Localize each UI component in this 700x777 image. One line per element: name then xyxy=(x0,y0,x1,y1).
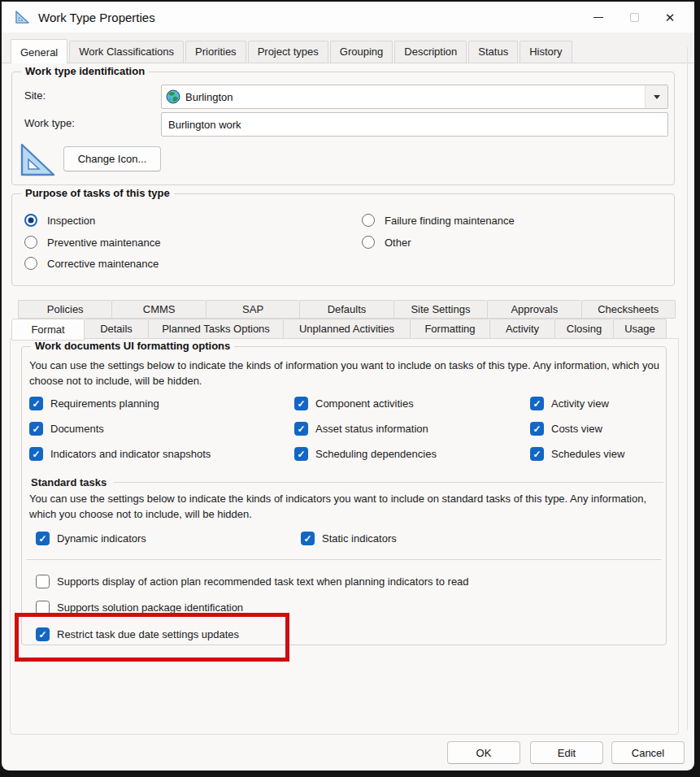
checkbox-label: Supports solution package identification xyxy=(57,601,243,614)
checkbox-label: Activity view xyxy=(551,397,609,410)
tab-sap[interactable]: SAP xyxy=(206,300,299,319)
radio-inspection[interactable]: Inspection xyxy=(24,214,95,227)
minimize-button[interactable] xyxy=(580,2,616,33)
section-divider xyxy=(113,482,663,483)
tab-description[interactable]: Description xyxy=(394,41,467,63)
checkbox-requirements-planning[interactable]: Requirements planning xyxy=(29,397,294,410)
checkbox-activity-view[interactable]: Activity view xyxy=(530,397,667,410)
tab-details[interactable]: Details xyxy=(85,319,148,339)
tab-format[interactable]: Format xyxy=(11,319,85,341)
window-controls: ✕ xyxy=(580,2,688,33)
tab-usage[interactable]: Usage xyxy=(613,319,667,339)
ui-options-checkbox-grid: Requirements planning Component activiti… xyxy=(29,397,667,461)
globe-icon xyxy=(166,89,180,104)
checkbox-documents[interactable]: Documents xyxy=(29,422,294,436)
group-title: Purpose of tasks of this type xyxy=(21,187,174,199)
checkbox-icon xyxy=(29,447,43,461)
checkbox-label: Indicators and indicator snapshots xyxy=(50,448,211,460)
edit-button[interactable]: Edit xyxy=(530,741,603,764)
radio-icon xyxy=(24,236,37,249)
standard-tasks-description: You can use the settings below to indica… xyxy=(29,491,654,522)
tab-policies[interactable]: Policies xyxy=(18,300,111,319)
work-type-input[interactable] xyxy=(161,112,668,137)
checkbox-label: Asset status information xyxy=(315,423,428,435)
window-title: Work Type Properties xyxy=(38,11,155,24)
top-tab-strip: General Work Classifications Priorities … xyxy=(2,33,694,63)
checkbox-supports-solution-package-identification[interactable]: Supports solution package identification xyxy=(36,601,243,614)
tab-status[interactable]: Status xyxy=(468,41,518,63)
checkbox-icon xyxy=(301,532,315,545)
maximize-icon xyxy=(630,13,639,22)
tab-work-classifications[interactable]: Work Classifications xyxy=(69,41,184,63)
checkbox-component-activities[interactable]: Component activities xyxy=(294,397,530,410)
radio-icon xyxy=(362,214,375,227)
checkbox-dynamic-indicators[interactable]: Dynamic indicators xyxy=(36,532,146,545)
checkbox-schedules-view[interactable]: Schedules view xyxy=(530,447,667,461)
checkbox-costs-view[interactable]: Costs view xyxy=(530,422,667,436)
radio-icon xyxy=(24,214,37,227)
tab-approvals[interactable]: Approvals xyxy=(487,300,580,319)
work-type-label: Work type: xyxy=(24,117,75,129)
ok-button[interactable]: OK xyxy=(447,741,520,764)
radio-corrective-maintenance[interactable]: Corrective maintenance xyxy=(24,257,159,270)
tab-grouping[interactable]: Grouping xyxy=(330,41,393,63)
inner-tab-row-back: Policies CMMS SAP Defaults Site Settings… xyxy=(18,300,676,319)
radio-label: Other xyxy=(385,237,411,249)
radio-label: Inspection xyxy=(47,215,95,227)
radio-icon xyxy=(362,236,375,249)
tab-formatting[interactable]: Formatting xyxy=(410,319,489,339)
tab-site-settings[interactable]: Site Settings xyxy=(393,300,487,319)
ui-options-description: You can use the settings below to indica… xyxy=(29,358,662,388)
cancel-button[interactable]: Cancel xyxy=(611,741,685,764)
radio-other[interactable]: Other xyxy=(362,236,411,249)
checkbox-indicators-and-indicator-snapshots[interactable]: Indicators and indicator snapshots xyxy=(29,447,294,461)
checkbox-icon xyxy=(29,422,43,436)
tab-project-types[interactable]: Project types xyxy=(248,41,328,63)
checkbox-scheduling-dependencies[interactable]: Scheduling dependencies xyxy=(294,447,530,461)
tab-unplanned-activities[interactable]: Unplanned Activities xyxy=(283,319,410,339)
checkbox-label: Supports display of action plan recommen… xyxy=(57,575,469,588)
checkbox-static-indicators[interactable]: Static indicators xyxy=(301,532,397,545)
checkbox-icon xyxy=(530,447,544,461)
group-title: Work type identification xyxy=(21,65,149,77)
checkbox-icon xyxy=(294,422,308,436)
radio-preventive-maintenance[interactable]: Preventive maintenance xyxy=(24,236,160,249)
tab-priorities[interactable]: Priorities xyxy=(185,41,246,63)
standard-tasks-header: Standard tasks xyxy=(31,476,663,488)
checkbox-label: Schedules view xyxy=(551,448,624,460)
work-type-properties-dialog: Work Type Properties ✕ General Work Clas… xyxy=(2,2,694,770)
tab-defaults[interactable]: Defaults xyxy=(299,300,393,319)
separator-line xyxy=(26,559,662,560)
tab-general[interactable]: General xyxy=(11,39,67,63)
tab-planned-tasks-options[interactable]: Planned Tasks Options xyxy=(148,319,283,339)
close-button[interactable]: ✕ xyxy=(652,2,688,33)
tab-closing[interactable]: Closing xyxy=(554,319,613,339)
radio-label: Failure finding maintenance xyxy=(385,215,515,227)
checkbox-icon xyxy=(530,422,544,436)
checkbox-label: Documents xyxy=(50,423,104,435)
inner-tab-row-front: Format Details Planned Tasks Options Unp… xyxy=(11,319,667,339)
checkbox-icon xyxy=(36,532,50,545)
radio-failure-finding-maintenance[interactable]: Failure finding maintenance xyxy=(362,214,515,227)
site-dropdown-button[interactable] xyxy=(645,85,667,108)
checkbox-restrict-task-due-date-settings-updates[interactable]: Restrict task due date settings updates xyxy=(36,627,239,641)
checkbox-icon xyxy=(29,397,43,410)
checkbox-icon xyxy=(36,575,50,588)
checkbox-icon xyxy=(294,397,308,410)
tab-history[interactable]: History xyxy=(520,41,572,63)
checkbox-icon xyxy=(294,447,308,461)
work-type-icon set-square-icon xyxy=(18,141,57,179)
site-value: Burlington xyxy=(185,91,233,103)
change-icon-button[interactable]: Change Icon... xyxy=(63,146,161,171)
tab-checksheets[interactable]: Checksheets xyxy=(581,300,676,319)
checkbox-label: Restrict task due date settings updates xyxy=(57,628,239,640)
tab-cmms[interactable]: CMMS xyxy=(111,300,205,319)
checkbox-icon xyxy=(530,397,544,410)
radio-icon xyxy=(24,257,37,270)
checkbox-asset-status-information[interactable]: Asset status information xyxy=(294,422,530,436)
tab-activity[interactable]: Activity xyxy=(489,319,554,339)
checkbox-supports-action-plan-task-text[interactable]: Supports display of action plan recommen… xyxy=(36,575,469,588)
maximize-button[interactable] xyxy=(616,2,652,33)
chevron-down-icon xyxy=(654,95,660,99)
site-combobox[interactable]: Burlington xyxy=(161,85,668,109)
